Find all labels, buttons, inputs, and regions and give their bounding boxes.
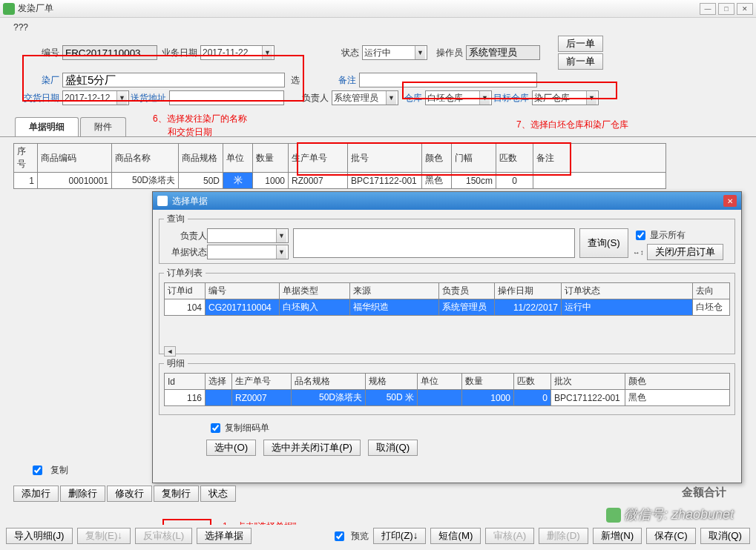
mbck-select[interactable]: 染厂仓库▼ bbox=[532, 90, 599, 105]
shdz-label: 送货地址 bbox=[129, 92, 169, 105]
dialog-title: 选择单据 bbox=[172, 195, 208, 208]
query-fieldset: 查询 负责人 ▼ 单据状态 ▼ 查询(S) 显示所有 ↔↕关闭/开启订单 bbox=[159, 213, 735, 264]
new-button[interactable]: 新增(N) bbox=[593, 528, 642, 544]
select-close-button[interactable]: 选中并关闭订单(P) bbox=[263, 440, 361, 456]
chevron-down-icon: ▼ bbox=[262, 46, 272, 59]
copy-ximadan-checkbox[interactable] bbox=[211, 423, 220, 433]
addrow-button[interactable]: 添加行 bbox=[13, 486, 59, 502]
preview-checkbox[interactable] bbox=[335, 531, 344, 541]
dlg-fzr-select[interactable]: ▼ bbox=[207, 228, 289, 243]
window-title: 发染厂单 bbox=[18, 2, 53, 15]
status-label: 状态 bbox=[319, 47, 362, 59]
query-legend: 查询 bbox=[164, 213, 188, 225]
watermark: 微信号: zhaobunet bbox=[606, 506, 734, 523]
chevron-down-icon: ▼ bbox=[276, 245, 286, 259]
chevron-down-icon: ▼ bbox=[386, 91, 396, 105]
copy-checkbox[interactable] bbox=[33, 465, 42, 475]
order-row[interactable]: 104 CG2017110004 白坯购入 福华织造 系统管理员 11/22/2… bbox=[165, 299, 730, 316]
copyrow-button[interactable]: 复制行 bbox=[154, 486, 199, 502]
cancel2-button[interactable]: 取消(Q) bbox=[700, 528, 750, 544]
approve-button: 审核(A) bbox=[485, 528, 534, 544]
window-titlebar: 发染厂单 — □ ✕ bbox=[0, 0, 756, 18]
jhrq-date[interactable]: 2017-12-12▼ bbox=[62, 90, 129, 105]
show-all-checkbox[interactable] bbox=[636, 231, 645, 240]
col-code: 商品编码 bbox=[38, 144, 112, 173]
col-name: 商品名称 bbox=[112, 144, 179, 173]
dialog-close-button[interactable]: ✕ bbox=[723, 195, 737, 207]
dlg-search-input[interactable] bbox=[293, 228, 575, 258]
select-button[interactable]: 选中(O) bbox=[206, 440, 256, 456]
xuan-link[interactable]: 选 bbox=[285, 74, 306, 87]
chevron-down-icon: ▼ bbox=[116, 91, 127, 105]
detail-grid2[interactable]: Id 选择 生产单号 品名规格 规格 单位 数量 匹数 批次 颜色 116 RZ… bbox=[164, 373, 730, 406]
col-prod: 生产单号 bbox=[289, 144, 348, 173]
amount-label: 金额合计 bbox=[682, 486, 726, 500]
col-batch: 批号 bbox=[348, 144, 422, 173]
fzr-label: 负责人 bbox=[295, 92, 332, 105]
form-area: ??? 编号 业务日期 2017-11-22▼ 状态 运行中▼ 操作员 后一单 … bbox=[0, 18, 756, 107]
import-button[interactable]: 导入明细(J) bbox=[6, 528, 73, 544]
col-width: 门幅 bbox=[452, 144, 496, 173]
minimize-button[interactable]: — bbox=[700, 3, 716, 15]
annotation-6a: 6、选择发往染厂的名称 bbox=[153, 113, 247, 125]
question-marks: ??? bbox=[13, 22, 747, 33]
dlg-djzt-label: 单据状态 bbox=[164, 246, 207, 259]
tab-detail[interactable]: 单据明细 bbox=[15, 117, 79, 136]
save-button[interactable]: 保存(C) bbox=[646, 528, 696, 544]
wechat-icon bbox=[606, 508, 621, 523]
cancel-button[interactable]: 取消(Q) bbox=[368, 440, 418, 456]
toggle-order-button[interactable]: 关闭/开启订单 bbox=[647, 244, 724, 260]
chevron-down-icon: ▼ bbox=[415, 46, 425, 59]
modrow-button[interactable]: 修改行 bbox=[107, 486, 152, 502]
prev-doc-button[interactable]: 前一单 bbox=[558, 53, 603, 70]
close-button[interactable]: ✕ bbox=[737, 3, 753, 15]
grid-container: 序号 商品编码 商品名称 商品规格 单位 数量 生产单号 批号 颜色 门幅 匹数… bbox=[0, 137, 756, 195]
bottom-toolbar: 导入明细(J) 复制(E)↓ 反审核(L) 选择单据 预览 打印(Z)↓ 短信(… bbox=[0, 525, 756, 547]
unapprove-button: 反审核(L) bbox=[135, 528, 192, 544]
app-icon bbox=[3, 3, 15, 15]
select-doc-button[interactable]: 选择单据 bbox=[197, 528, 252, 544]
tabbar: 单据明细 附件 bbox=[0, 117, 756, 137]
detail-grid[interactable]: 序号 商品编码 商品名称 商品规格 单位 数量 生产单号 批号 颜色 门幅 匹数… bbox=[13, 143, 666, 189]
tab-attachment[interactable]: 附件 bbox=[80, 117, 126, 136]
chevron-down-icon: ▼ bbox=[276, 229, 286, 242]
annotation-6b: 和交货日期 bbox=[168, 126, 212, 139]
detail-fieldset: 明细 Id 选择 生产单号 品名规格 规格 单位 数量 匹数 批次 颜色 116… bbox=[159, 357, 735, 415]
maximize-button[interactable]: □ bbox=[718, 3, 734, 15]
fzr-select[interactable]: 系统管理员▼ bbox=[332, 90, 398, 105]
query-button[interactable]: 查询(S) bbox=[579, 228, 628, 258]
print-button[interactable]: 打印(Z)↓ bbox=[373, 528, 427, 544]
delete-button: 删除(D) bbox=[539, 528, 588, 544]
col-spec: 商品规格 bbox=[179, 144, 223, 173]
state-button[interactable]: 状态 bbox=[200, 486, 236, 502]
ywriqi-label: 业务日期 bbox=[157, 47, 200, 59]
operator-field bbox=[466, 45, 540, 60]
select-doc-dialog: 选择单据 ✕ 查询 负责人 ▼ 单据状态 ▼ 查询(S) 显示所有 ↔↕关闭/开… bbox=[152, 191, 742, 483]
ck-select[interactable]: 白坯仓库▼ bbox=[425, 90, 492, 105]
dlg-fzr-label: 负责人 bbox=[164, 230, 207, 242]
ranchang-input[interactable] bbox=[62, 73, 285, 87]
delrow-button[interactable]: 删除行 bbox=[60, 486, 105, 502]
sms-button[interactable]: 短信(M) bbox=[430, 528, 481, 544]
beizhu-input[interactable] bbox=[359, 73, 537, 87]
next-doc-button[interactable]: 后一单 bbox=[558, 36, 603, 52]
ywriqi-date[interactable]: 2017-11-22▼ bbox=[200, 45, 275, 60]
annotation-7: 7、选择白坯仓库和染厂仓库 bbox=[516, 119, 628, 131]
col-pis: 匹数 bbox=[496, 144, 533, 173]
operator-label: 操作员 bbox=[427, 47, 466, 59]
scroll-left-icon[interactable]: ◄ bbox=[164, 346, 176, 357]
order-list-grid[interactable]: 订单id 编号 单据类型 来源 负责员 操作日期 订单状态 去向 104 CG2… bbox=[164, 282, 730, 316]
bianhao-field[interactable] bbox=[62, 45, 157, 60]
ranchang-label: 染厂 bbox=[19, 74, 62, 87]
status-select[interactable]: 运行中▼ bbox=[362, 45, 427, 60]
orderlist-fieldset: 订单列表 订单id 编号 单据类型 来源 负责员 操作日期 订单状态 去向 10… bbox=[159, 267, 735, 354]
ck-label: 仓库 bbox=[398, 92, 425, 105]
jhrq-label: 交货日期 bbox=[19, 92, 62, 105]
copy2-button: 复制(E)↓ bbox=[77, 528, 131, 544]
bianhao-label: 编号 bbox=[19, 47, 62, 59]
col-seq: 序号 bbox=[14, 144, 38, 173]
grid-row[interactable]: 1 00010001 50D涤塔夫 50D 米 1000 RZ0007 BPC1… bbox=[14, 173, 666, 189]
dlg-djzt-select[interactable]: ▼ bbox=[207, 245, 289, 259]
shdz-input[interactable] bbox=[169, 90, 284, 105]
detail-row[interactable]: 116 RZ0007 50D涤塔夫 50D 米 1000 0 BPC171122… bbox=[165, 390, 730, 406]
